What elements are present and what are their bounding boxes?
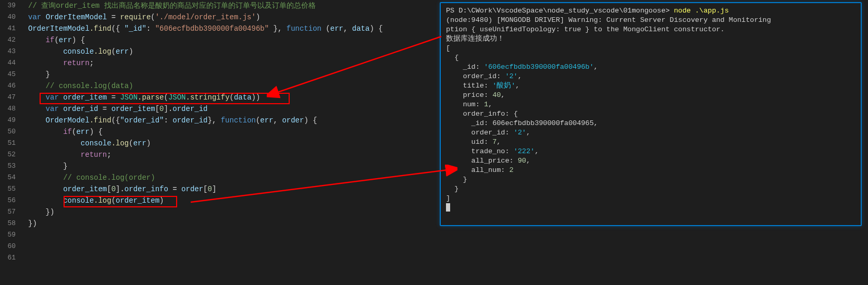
line-number: 40: [0, 11, 25, 23]
line-number: 58: [0, 218, 25, 229]
line-number: 56: [0, 195, 25, 206]
line-number: 51: [0, 138, 25, 149]
line-number: 41: [0, 23, 25, 34]
line-number: 43: [0, 46, 25, 57]
line-number: 42: [0, 34, 25, 46]
line-number: 61: [0, 252, 25, 264]
code-editor[interactable]: // 查询order_item 找出商品名称是酸奶的商品对应的订单的订单号以及订…: [25, 0, 438, 285]
terminal-cursor: [446, 203, 450, 212]
terminal-prompt: PS D:\CWork\VscodeSpace\node_study_vscod…: [446, 7, 674, 15]
code-text: // 查询order_item 找出商品名称是酸奶的商品对应的订单的订单号以及订…: [28, 2, 316, 10]
line-number: 60: [0, 241, 25, 252]
line-number: 49: [0, 115, 25, 126]
terminal-panel[interactable]: PS D:\CWork\VscodeSpace\node_study_vscod…: [440, 2, 862, 226]
line-number: 45: [0, 69, 25, 80]
line-number: 47: [0, 92, 25, 103]
terminal-output: 数据库连接成功！: [446, 35, 504, 43]
line-number-gutter: 39 40 41 42 43 44 45 46 47 48 49 50 51 5…: [0, 0, 25, 285]
terminal-output: [: [446, 44, 450, 52]
terminal-command: node .\app.js: [674, 7, 728, 15]
line-number: 46: [0, 80, 25, 92]
line-number: 44: [0, 57, 25, 69]
line-number: 50: [0, 126, 25, 138]
line-number: 59: [0, 229, 25, 241]
line-number: 48: [0, 103, 25, 115]
terminal-output: {: [446, 54, 458, 61]
terminal-output: (node:9480) [MONGODB DRIVER] Warning: Cu…: [446, 16, 771, 24]
line-number: 53: [0, 160, 25, 172]
terminal-output: ption { useUnifiedTopology: true } to th…: [446, 26, 725, 33]
line-number: 57: [0, 206, 25, 218]
line-number: 54: [0, 172, 25, 183]
line-number: 39: [0, 0, 25, 11]
code-text: var: [28, 13, 41, 21]
line-number: 55: [0, 183, 25, 195]
line-number: 52: [0, 149, 25, 160]
